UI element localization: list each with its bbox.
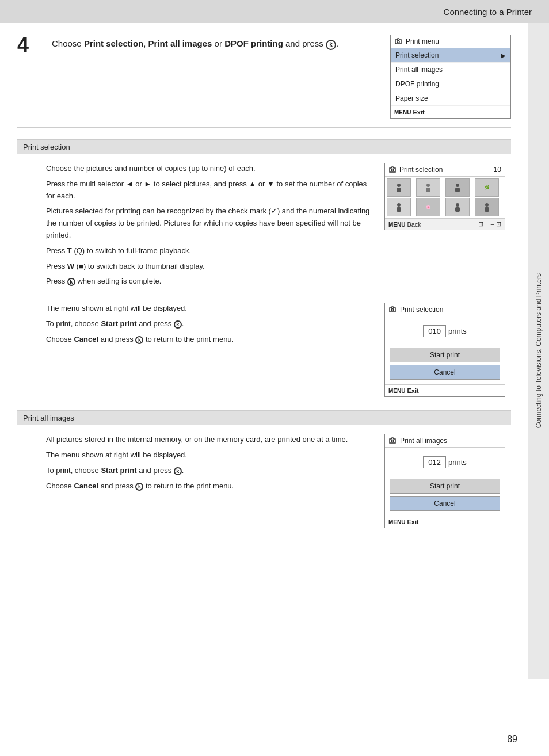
step-number: 4 bbox=[17, 35, 40, 55]
nav-menu-word: MENU bbox=[388, 222, 405, 228]
cs-menu-items: Print selection ▶ Print all images DPOF … bbox=[391, 48, 510, 106]
thumb-8 bbox=[475, 198, 499, 216]
print-selection-text-2: The menu shown at right will be displaye… bbox=[46, 303, 373, 397]
screen1-title: Print selection bbox=[399, 166, 443, 174]
nav-menu-back: MENU Back bbox=[388, 221, 421, 228]
screen2-title: Print selection bbox=[400, 306, 443, 314]
cs-print-count-ps: 010prints bbox=[385, 316, 505, 342]
camera-screen-pa: Print all images 012prints Start print C… bbox=[384, 434, 505, 528]
screen1-count: 10 bbox=[494, 166, 501, 174]
cs-footer-print-menu: MENU Exit bbox=[391, 106, 510, 118]
thumb-person-3 bbox=[455, 184, 460, 192]
camera-screen-ps2: Print selection 010prints Start print Ca… bbox=[384, 303, 505, 397]
footer-menu-ps2: MENU bbox=[388, 388, 405, 394]
bold-dpof: DPOF printing bbox=[224, 39, 283, 48]
footer-exit-ps2: Exit bbox=[407, 387, 419, 394]
camera-screen-thumbs: Print selection 10 bbox=[384, 163, 505, 230]
btn-area-ps: Start print Cancel bbox=[385, 342, 505, 384]
thumb-person-1 bbox=[396, 184, 401, 192]
print-selection-text: Choose the pictures and number of copies… bbox=[46, 163, 373, 291]
thumb-3 bbox=[445, 178, 470, 197]
print-selection-screen2: Print selection 010prints Start print Ca… bbox=[384, 303, 505, 397]
menu-item-print-selection[interactable]: Print selection ▶ bbox=[391, 48, 510, 63]
cs-footer-ps2: MENU Exit bbox=[385, 384, 505, 396]
cs-title-count: Print selection 10 bbox=[385, 163, 505, 177]
print-selection-screen1: Print selection 10 bbox=[384, 163, 505, 291]
section-header-print-selection: Print selection bbox=[17, 140, 511, 154]
right-sidebar: Connecting to Televisions, Computers and… bbox=[528, 23, 549, 679]
print-all-screen: Print all images 012prints Start print C… bbox=[384, 434, 505, 528]
count-box-pa: 012 bbox=[423, 456, 446, 468]
ok-button-symbol: k bbox=[326, 40, 336, 50]
footer-exit-pa: Exit bbox=[407, 518, 419, 525]
ps-para-4: Press T (Q) to switch to full-frame play… bbox=[46, 245, 373, 257]
thumb-person-7 bbox=[455, 203, 460, 212]
cs-nav-bar-1: MENU Back ⊞ + – ⊡ bbox=[385, 218, 505, 230]
section-print-all: Print all images All pictures stored in … bbox=[17, 410, 511, 537]
ps-para-2: Press the multi selector ◄ or ► to selec… bbox=[46, 178, 373, 203]
cs-title-left: Print selection bbox=[388, 166, 443, 174]
camera-mode-icon bbox=[394, 37, 402, 45]
arrow-icon: ▶ bbox=[501, 52, 506, 59]
cs-title-bar-pa: Print all images bbox=[385, 434, 505, 448]
thumb-5 bbox=[387, 198, 411, 216]
print-selection-content-row: Choose the pictures and number of copies… bbox=[17, 154, 511, 300]
svg-point-0 bbox=[397, 41, 399, 43]
count-label-ps: prints bbox=[448, 327, 467, 335]
btn-start-print-pa[interactable]: Start print bbox=[390, 479, 500, 494]
camera-icon-2 bbox=[388, 166, 396, 174]
sidebar-text: Connecting to Televisions, Computers and… bbox=[534, 273, 544, 428]
ok-symbol-4: k bbox=[174, 467, 182, 475]
pa-para-3: To print, choose Start print and press k… bbox=[46, 465, 373, 477]
bold-print-selection: Print selection bbox=[84, 39, 143, 48]
cs-title-bar: Print menu bbox=[391, 35, 510, 48]
pa-para-1: All pictures stored in the internal memo… bbox=[46, 434, 373, 446]
menu-item-print-all[interactable]: Print all images bbox=[391, 63, 510, 77]
thumb-6: 🌸 bbox=[416, 198, 440, 216]
pa-para-2: The menu shown at right will be displaye… bbox=[46, 449, 373, 461]
thumb-4: 🌿 bbox=[475, 178, 499, 197]
header-title: Connecting to a Printer bbox=[444, 7, 532, 17]
cs-title-bar-ps2: Print selection bbox=[385, 303, 505, 316]
svg-point-3 bbox=[391, 440, 394, 442]
print-menu-screen: Print menu Print selection ▶ Print all i… bbox=[390, 35, 511, 119]
btn-area-pa: Start print Cancel bbox=[385, 473, 505, 516]
screen-pa-title: Print all images bbox=[400, 437, 447, 445]
thumb-7 bbox=[445, 198, 470, 216]
ok-symbol-5: k bbox=[135, 483, 143, 491]
ps2-para-3: Choose Cancel and press k to return to t… bbox=[46, 334, 373, 346]
step-text: Choose Print selection, Print all images… bbox=[52, 35, 379, 51]
thumb-grid: 🌿 🌸 bbox=[385, 177, 505, 218]
ps-para-3: Pictures selected for printing can be re… bbox=[46, 205, 373, 241]
btn-cancel-pa[interactable]: Cancel bbox=[390, 496, 500, 511]
ps-para-6: Press k when setting is complete. bbox=[46, 276, 373, 288]
svg-point-1 bbox=[391, 169, 394, 171]
btn-cancel-ps[interactable]: Cancel bbox=[390, 365, 500, 380]
thumb-1 bbox=[387, 178, 411, 197]
footer-menu-word: MENU bbox=[394, 109, 411, 116]
top-header: Connecting to a Printer bbox=[0, 0, 549, 23]
ps2-para-1: The menu shown at right will be displaye… bbox=[46, 303, 373, 315]
print-menu-title: Print menu bbox=[406, 37, 439, 45]
print-all-content-row: All pictures stored in the internal memo… bbox=[17, 425, 511, 537]
cs-nav-icons: ⊞ + – ⊡ bbox=[478, 220, 501, 228]
cs-print-count-pa: 012prints bbox=[385, 448, 505, 473]
menu-item-dpof[interactable]: DPOF printing bbox=[391, 77, 510, 91]
cs-footer-pa: MENU Exit bbox=[385, 516, 505, 528]
print-selection-content-row-2: The menu shown at right will be displaye… bbox=[17, 300, 511, 406]
footer-exit-text: Exit bbox=[413, 109, 425, 116]
bold-print-all: Print all images bbox=[148, 39, 212, 48]
step-4-row: 4 Choose Print selection, Print all imag… bbox=[17, 35, 511, 128]
svg-point-2 bbox=[391, 309, 394, 311]
ps-para-1: Choose the pictures and number of copies… bbox=[46, 163, 373, 175]
btn-start-print-ps[interactable]: Start print bbox=[390, 348, 500, 362]
section-header-print-all: Print all images bbox=[17, 411, 511, 425]
count-label-pa: prints bbox=[448, 458, 467, 467]
ok-symbol-1: k bbox=[67, 278, 75, 286]
camera-icon-4 bbox=[388, 437, 396, 445]
pa-para-4: Choose Cancel and press k to return to t… bbox=[46, 480, 373, 492]
ok-symbol-2: k bbox=[174, 320, 182, 329]
count-box-ps: 010 bbox=[423, 325, 446, 337]
ps-para-5: Press W (■) to switch back to thumbnail … bbox=[46, 261, 373, 273]
menu-item-paper-size[interactable]: Paper size bbox=[391, 91, 510, 106]
